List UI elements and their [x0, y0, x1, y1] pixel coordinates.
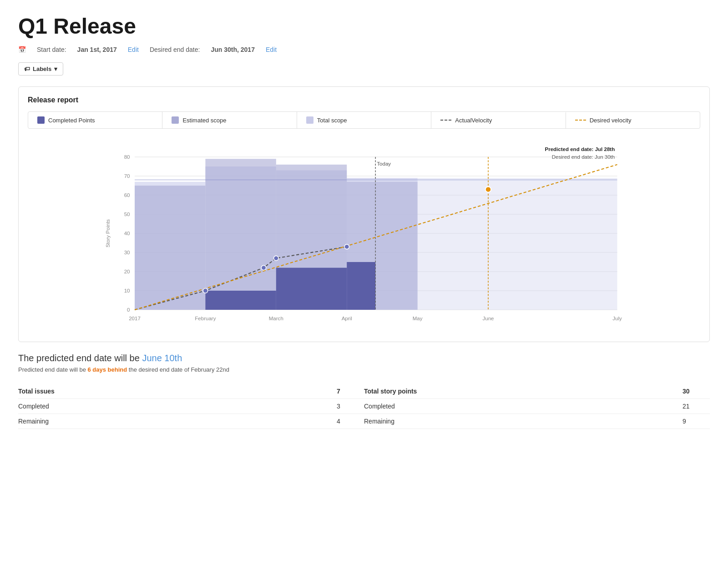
prediction-subtitle: Predicted end date will be 6 days behind… [18, 366, 710, 373]
svg-text:40: 40 [124, 231, 130, 236]
completed-points-value: 21 [682, 403, 710, 410]
calendar-icon: 📅 [18, 46, 26, 53]
prediction-text-before: The predicted end date will be [18, 353, 142, 363]
stats-header-points: Total story points 30 [364, 384, 710, 399]
legend-item-total: Total scope [297, 112, 431, 128]
svg-point-41 [203, 288, 208, 293]
total-label: Total scope [317, 117, 347, 124]
svg-text:80: 80 [124, 154, 130, 160]
svg-text:2017: 2017 [129, 316, 141, 321]
legend-item-desired: Desired velocity [566, 112, 700, 128]
svg-text:Desired end date: Jun 30th: Desired end date: Jun 30th [552, 154, 615, 160]
completed-label: Completed Points [48, 117, 95, 124]
remaining-issues-value: 4 [337, 418, 364, 425]
svg-text:April: April [342, 316, 352, 321]
svg-text:10: 10 [124, 288, 130, 293]
prediction-subtitle-after: the desired end date of February 22nd [127, 366, 229, 373]
svg-text:50: 50 [124, 212, 130, 217]
svg-point-40 [485, 187, 491, 192]
end-date-edit-link[interactable]: Edit [266, 46, 277, 53]
stats-remaining-points: Remaining 9 [364, 414, 710, 429]
labels-button[interactable]: 🏷 Labels ▾ [18, 62, 63, 76]
svg-rect-25 [135, 186, 205, 310]
completed-points-label: Completed [364, 403, 682, 410]
svg-text:20: 20 [124, 269, 130, 274]
start-date-value: Jan 1st, 2017 [77, 46, 117, 53]
start-date-edit-link[interactable]: Edit [128, 46, 139, 53]
svg-rect-31 [276, 268, 347, 310]
labels-chevron-icon: ▾ [54, 66, 57, 72]
prediction-days-behind: 6 days behind [87, 366, 127, 373]
svg-rect-30 [205, 291, 276, 310]
legend: Completed Points Estimated scope Total s… [28, 111, 700, 129]
remaining-points-label: Remaining [364, 418, 682, 425]
end-date-label: Desired end date: [150, 46, 200, 53]
prediction-section: The predicted end date will be June 10th… [18, 353, 710, 373]
end-date-value: Jun 30th, 2017 [211, 46, 255, 53]
stats-col-issues: Total issues 7 Completed 3 Remaining 4 [18, 384, 364, 429]
svg-text:60: 60 [124, 192, 130, 198]
completed-issues-value: 3 [337, 403, 364, 410]
meta-row: 📅 Start date: Jan 1st, 2017 Edit Desired… [18, 46, 710, 53]
svg-point-42 [261, 265, 266, 270]
legend-item-estimated: Estimated scope [162, 112, 297, 128]
stats-col-points: Total story points 30 Completed 21 Remai… [364, 384, 710, 429]
svg-text:March: March [269, 316, 283, 321]
prediction-subtitle-before: Predicted end date will be [18, 366, 87, 373]
svg-point-44 [344, 244, 349, 249]
report-card: Release report Completed Points Estimate… [18, 86, 710, 342]
page-title: Q1 Release [18, 14, 710, 39]
svg-text:July: July [612, 316, 622, 321]
completed-issues-label: Completed [18, 403, 337, 410]
estimated-swatch [172, 116, 179, 124]
legend-item-completed: Completed Points [28, 112, 162, 128]
remaining-points-value: 9 [682, 418, 710, 425]
stats-row: Total issues 7 Completed 3 Remaining 4 T… [18, 384, 710, 429]
total-swatch [306, 116, 313, 124]
svg-text:30: 30 [124, 250, 130, 255]
svg-text:Today: Today [377, 161, 391, 166]
legend-item-actual: ActualVelocity [431, 112, 566, 128]
labels-button-text: Labels [33, 66, 51, 72]
actual-velocity-label: ActualVelocity [455, 117, 492, 124]
stats-table: Total issues 7 Completed 3 Remaining 4 T… [18, 384, 710, 429]
svg-text:May: May [413, 316, 423, 321]
start-date-label: Start date: [37, 46, 66, 53]
total-points-value: 30 [682, 388, 710, 395]
svg-text:Story Points: Story Points [105, 219, 111, 247]
desired-velocity-label: Desired velocity [590, 117, 632, 124]
remaining-issues-label: Remaining [18, 418, 337, 425]
svg-text:June: June [482, 316, 494, 321]
svg-rect-32 [347, 262, 375, 310]
total-issues-value: 7 [337, 388, 364, 395]
labels-icon: 🏷 [24, 66, 30, 72]
prediction-title: The predicted end date will be June 10th [18, 353, 710, 363]
svg-text:70: 70 [124, 173, 130, 179]
total-issues-label: Total issues [18, 388, 337, 395]
desired-velocity-line-icon [575, 120, 586, 121]
completed-swatch [37, 116, 45, 124]
stats-completed-points: Completed 21 [364, 399, 710, 414]
report-title: Release report [28, 96, 700, 104]
svg-rect-26 [205, 159, 276, 310]
stats-remaining-issues: Remaining 4 [18, 414, 364, 429]
prediction-date-highlight: June 10th [142, 353, 182, 363]
chart-container: 0 10 20 30 40 50 60 70 80 Story Points [28, 138, 700, 329]
svg-text:Predicted end date: Jul 28th: Predicted end date: Jul 28th [545, 146, 615, 152]
actual-velocity-line-icon [440, 120, 451, 121]
stats-completed-issues: Completed 3 [18, 399, 364, 414]
total-points-label: Total story points [364, 388, 682, 395]
burnup-chart: 0 10 20 30 40 50 60 70 80 Story Points [28, 138, 700, 329]
svg-text:0: 0 [127, 307, 130, 313]
svg-text:February: February [195, 316, 216, 321]
stats-header-issues: Total issues 7 [18, 384, 364, 399]
svg-point-43 [274, 256, 279, 261]
estimated-label: Estimated scope [182, 117, 226, 124]
